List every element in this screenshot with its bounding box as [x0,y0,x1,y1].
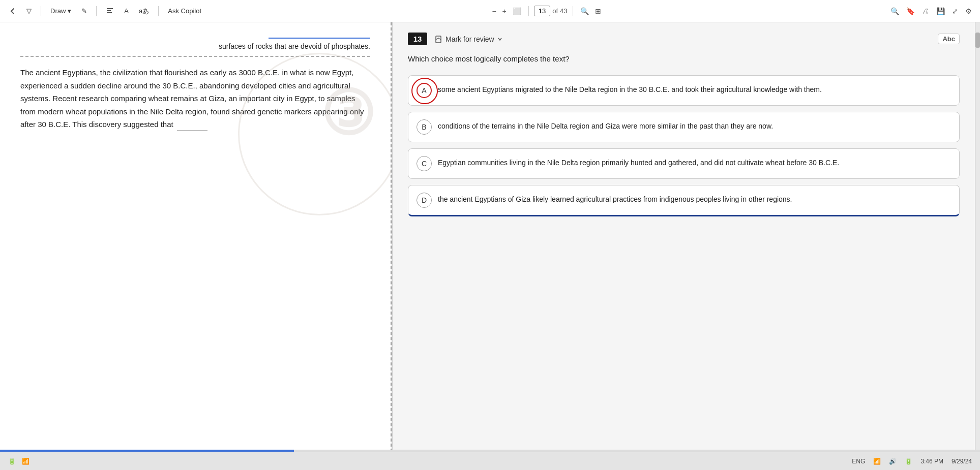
sep2 [96,6,97,16]
reading-passage-panel: surfaces of rocks that are devoid of pho… [0,22,392,452]
option-c-text: Egyptian communities living in the Nile … [438,156,839,169]
save-icon[interactable]: 💾 [934,5,947,17]
search-doc-button[interactable]: 🔍 [578,5,591,17]
time-display: 3:46 PM [920,458,943,465]
layout-button[interactable]: ⊞ [593,5,603,17]
print-icon[interactable]: 🖨 [920,5,931,17]
option-b[interactable]: B conditions of the terrains in the Nile… [408,112,960,142]
sep1 [41,6,41,16]
mark-for-review-button[interactable]: Mark for review [434,35,502,43]
main-content-area: surfaces of rocks that are devoid of pho… [0,22,980,452]
text-format-icon[interactable] [103,5,117,17]
bookmark-icon[interactable]: 🔖 [904,5,917,17]
question-text: Which choice most logically completes th… [408,53,960,65]
zoom-in-button[interactable]: + [500,5,509,17]
option-d-text: the ancient Egyptians of Giza likely lea… [438,193,792,205]
fullscreen-button[interactable]: ⬜ [511,5,523,17]
option-a[interactable]: A some ancient Egyptians migrated to the… [408,75,960,106]
page-total: 43 [560,7,567,15]
bookmark-outline-icon [434,35,442,43]
question-header: 13 Mark for review Abc [408,33,960,45]
question-panel: 13 Mark for review Abc Which choice most… [393,22,975,452]
option-b-letter: B [417,119,432,135]
back-button[interactable] [6,6,19,17]
eng-label: ENG [852,458,865,465]
font-icon[interactable]: aあ [136,5,152,18]
wifi-status-icon: 📶 [873,458,881,465]
mark-review-chevron-icon [497,37,502,42]
option-c-letter: C [417,156,432,171]
option-a-text: some ancient Egyptians migrated to the N… [438,83,822,96]
option-c[interactable]: C Egyptian communities living in the Nil… [408,148,960,179]
passage-text: The ancient Egyptians, the civilization … [20,68,364,129]
status-bar: 🔋 📶 ENG 📶 🔊 🔋 3:46 PM 9/29/24 [0,452,980,470]
zoom-out-button[interactable]: − [490,5,498,17]
page-of: of [552,7,558,15]
mark-for-review-label: Mark for review [446,35,494,43]
blank-fill [177,131,207,131]
svg-rect-1 [107,10,111,11]
svg-rect-0 [107,8,113,9]
option-a-letter: A [417,83,432,98]
date-display: 9/29/24 [952,458,972,465]
option-b-text: conditions of the terrains in the Nile D… [438,119,773,132]
font-size-icon[interactable]: A [121,5,132,17]
page-current[interactable]: 13 [534,6,550,16]
passage-top-ref-text: surfaces of rocks that are devoid of pho… [219,42,370,50]
volume-icon: 🔊 [889,458,897,465]
battery-status-icon: 🔋 [905,458,912,465]
option-d-letter: D [417,193,432,208]
page-sep2 [573,6,573,16]
abc-badge: Abc [938,34,960,44]
settings-icon[interactable]: ⚙ [963,5,974,17]
draw-label: Draw [50,7,66,15]
page-navigation: − + ⬜ 13 of 43 🔍 ⊞ [490,5,603,17]
dashed-separator [20,56,370,57]
question-number-badge: 13 [408,33,427,45]
expand-icon[interactable]: ⤢ [950,5,960,17]
ask-copilot-button[interactable]: Ask Copilot [165,5,204,17]
search-icon[interactable]: 🔍 [888,5,901,17]
right-toolbar-icons: 🔍 🔖 🖨 💾 ⤢ ⚙ [888,5,974,17]
battery-icon: 🔋 [8,458,16,465]
passage-underline [269,38,370,39]
option-d[interactable]: D the ancient Egyptians of Giza likely l… [408,185,960,216]
page-sep [528,6,529,16]
passage-text-block: The ancient Egyptians, the civilization … [20,66,370,131]
right-scrollbar[interactable] [975,22,980,452]
sep3 [158,6,159,16]
pencil-icon[interactable]: ✎ [78,5,90,17]
ask-copilot-label: Ask Copilot [168,7,201,15]
scrollbar-thumb [975,33,980,48]
svg-rect-2 [107,12,112,13]
passage-top-ref: surfaces of rocks that are devoid of pho… [20,38,370,51]
draw-chevron: ▾ [68,7,71,15]
status-bar-right: ENG 📶 🔊 🔋 3:46 PM 9/29/24 [852,458,972,465]
wifi-icon: 📶 [22,458,29,465]
flag-icon[interactable]: ▽ [23,5,35,17]
main-toolbar: ▽ Draw ▾ ✎ A aあ Ask Copilot − + ⬜ 13 of … [0,0,980,22]
draw-button[interactable]: Draw ▾ [47,5,74,17]
